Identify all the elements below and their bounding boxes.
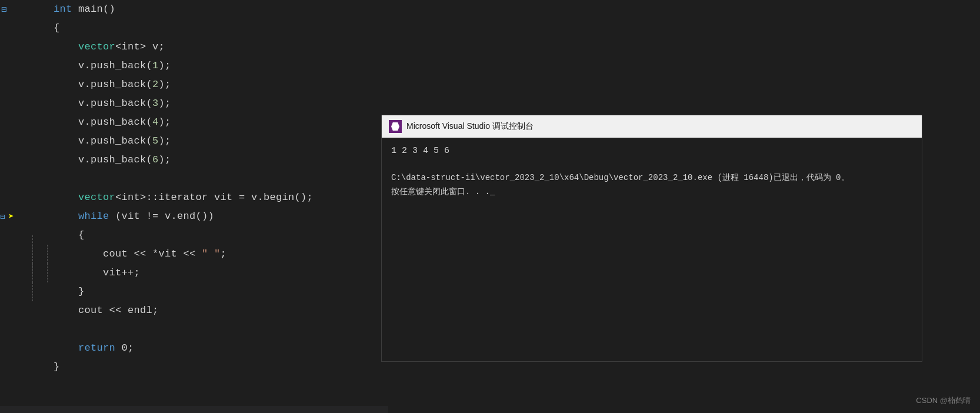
console-title: Microsoft Visual Studio 调试控制台 [406, 121, 534, 132]
console-prompt-line: 按任意键关闭此窗口. . ._ [391, 185, 912, 199]
vs-icon [389, 120, 402, 133]
console-numbers: 1 2 3 4 5 6 [391, 144, 912, 159]
editor-scrollbar[interactable] [0, 406, 388, 413]
code-line-17: cout << endl; [0, 301, 388, 320]
code-line-9: v.push_back(6); [0, 151, 388, 169]
code-editor: ⊟ int main() { vector<int> v; v.push_bac… [0, 0, 388, 413]
code-line-20: } [0, 358, 388, 377]
watermark: CSDN @楠鹤晴 [916, 395, 971, 406]
debug-console: Microsoft Visual Studio 调试控制台 1 2 3 4 5 … [381, 115, 922, 362]
console-body: 1 2 3 4 5 6 C:\data-struct-ii\vector_202… [382, 138, 922, 361]
console-titlebar: Microsoft Visual Studio 调试控制台 [382, 115, 922, 138]
console-path-line: C:\data-struct-ii\vector_2023_2_10\x64\D… [391, 171, 912, 185]
